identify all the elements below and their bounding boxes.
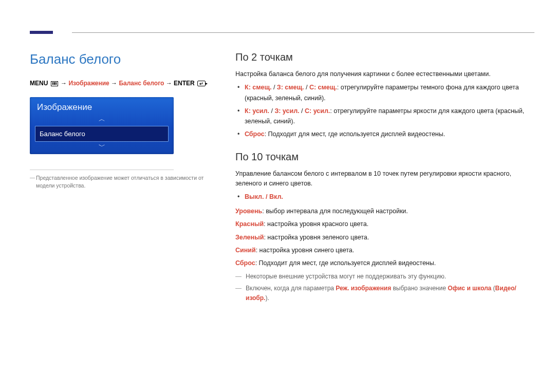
chevron-down-icon: ﹀ (99, 143, 105, 150)
breadcrumb-arrow: → (111, 80, 119, 87)
image-disclaimer-footnote: Представленное изображение может отличат… (30, 174, 215, 190)
page-title: Баланс белого (30, 51, 215, 67)
setting-line: Уровень: выбор интервала для последующей… (235, 207, 534, 216)
list-item: Выкл. / Вкл. (245, 192, 534, 202)
option-description: : настройка уровня зеленого цвета. (264, 234, 369, 241)
osd-menu-title: Изображение (30, 97, 174, 116)
option-description: : настройка уровня красного цвета. (264, 220, 368, 228)
section-heading-2points: По 2 точкам (235, 51, 534, 63)
option-description: : Подходит для мест, где используется ди… (265, 130, 446, 138)
option-label: Уровень (235, 208, 262, 215)
header-divider (72, 32, 534, 33)
option-label: Красный (235, 220, 264, 228)
left-divider (30, 170, 174, 170)
bullet-list-2points: К: смещ. / З: смещ. / С: смещ.: отрегули… (235, 82, 534, 139)
note-text: выбрано значение (391, 285, 448, 292)
toggle-options: Выкл. / Вкл. (245, 193, 283, 200)
section-intro-10points: Управление балансом белого с интервалом … (235, 169, 534, 189)
breadcrumb: MENU → Изображение → Баланс белого → ENT… (30, 79, 215, 88)
option-label: Сброс (235, 259, 255, 267)
option-label: С: усил. (305, 107, 330, 115)
setting-line: Красный: настройка уровня красного цвета… (235, 219, 534, 229)
option-label: Сброс (245, 130, 265, 138)
osd-menu-item-selected[interactable]: Баланс белого (35, 126, 169, 142)
menu-grid-icon (51, 81, 58, 86)
list-item: К: смещ. / З: смещ. / С: смещ.: отрегули… (245, 82, 534, 103)
section-heading-10points: По 10 точкам (235, 151, 534, 163)
breadcrumb-step-1: Изображение (68, 80, 109, 87)
list-item: Сброс: Подходит для мест, где использует… (245, 129, 534, 140)
osd-down-arrow[interactable]: ﹀ (30, 143, 174, 152)
osd-menu-preview: Изображение ︿ Баланс белого ﹀ (30, 97, 174, 154)
footnote-enabled-when: Включен, когда для параметра Реж. изобра… (235, 284, 534, 303)
osd-up-arrow[interactable]: ︿ (30, 116, 174, 125)
setting-line: Синий: настройка уровня синего цвета. (235, 246, 534, 255)
note-text: ( (491, 285, 495, 292)
option-description: : выбор интервала для последующей настро… (262, 208, 408, 215)
enter-icon (197, 81, 206, 86)
note-highlight: Реж. изображения (336, 285, 391, 292)
option-label: З: смещ. (277, 84, 304, 91)
header-accent-bar (30, 31, 53, 34)
footnote-compat: Некоторые внешние устройства могут не по… (235, 272, 534, 282)
setting-line: Зеленый: настройка уровня зеленого цвета… (235, 233, 534, 242)
bullet-list-10points-toggle: Выкл. / Вкл. (235, 192, 534, 202)
breadcrumb-step-2: Баланс белого (119, 80, 164, 87)
breadcrumb-menu-label: MENU (30, 80, 48, 87)
option-label: К: усил. (245, 107, 269, 115)
setting-line: Сброс: Подходит для мест, где использует… (235, 258, 534, 268)
option-label: Синий (235, 247, 256, 254)
breadcrumb-arrow: → (61, 80, 68, 87)
chevron-up-icon: ︿ (99, 116, 105, 123)
option-description: : настройка уровня синего цвета. (256, 247, 355, 254)
option-label: С: смещ. (309, 84, 337, 91)
section-intro-2points: Настройка баланса белого для получения к… (235, 69, 534, 79)
note-text: Включен, когда для параметра (246, 285, 336, 292)
option-label: К: смещ. (245, 84, 271, 91)
note-text: ). (265, 294, 269, 302)
breadcrumb-enter-label: ENTER (174, 80, 195, 87)
option-label: Зеленый (235, 234, 264, 241)
option-description: : Подходит для мест, где используется ди… (255, 259, 436, 267)
note-highlight: Офис и школа (448, 285, 491, 292)
breadcrumb-arrow: → (166, 80, 174, 87)
list-item: К: усил. / З: усил. / С: усил.: отрегули… (245, 106, 534, 127)
option-label: З: усил. (274, 107, 299, 115)
